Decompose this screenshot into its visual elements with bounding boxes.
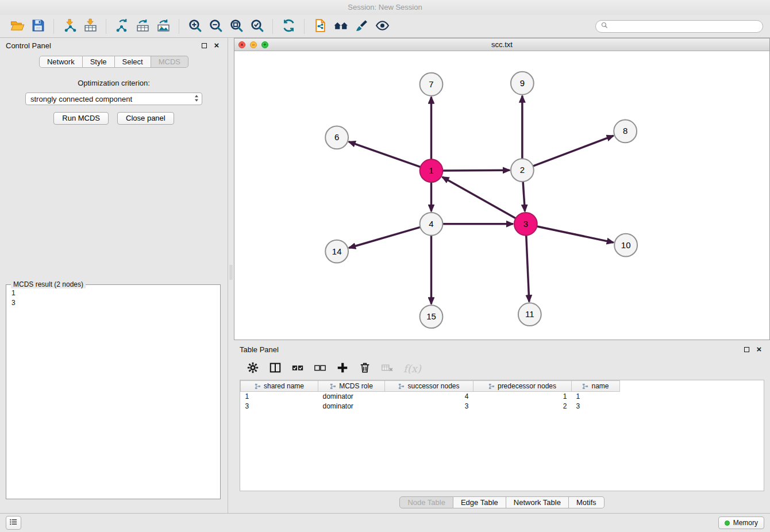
tab-mcds[interactable]: MCDS: [151, 56, 188, 68]
export-image-button[interactable]: [153, 17, 174, 36]
column-header-name[interactable]: name: [572, 381, 620, 392]
node-1[interactable]: 1: [420, 159, 443, 182]
close-panel-icon[interactable]: ×: [211, 41, 222, 50]
run-mcds-button[interactable]: Run MCDS: [53, 112, 109, 125]
tab-network[interactable]: Network: [39, 56, 83, 68]
select-all-button[interactable]: [291, 361, 304, 376]
table-row[interactable]: 3dominator323: [241, 402, 620, 411]
network-window-titlebar[interactable]: × − + scc.txt: [234, 38, 769, 51]
svg-text:9: 9: [520, 78, 525, 88]
apply-function-button[interactable]: f(x): [403, 363, 421, 375]
node-11[interactable]: 11: [518, 303, 541, 326]
table-cell[interactable]: 1: [572, 392, 620, 402]
save-button[interactable]: [28, 17, 48, 36]
delete-column-button[interactable]: [359, 361, 371, 376]
close-panel-button[interactable]: Close panel: [117, 112, 174, 125]
optimization-criterion-dropdown[interactable]: strongly connected component: [25, 92, 202, 105]
tab-edge-table[interactable]: Edge Table: [453, 496, 506, 508]
vertical-splitter[interactable]: [228, 38, 234, 513]
node-3[interactable]: 3: [514, 213, 537, 236]
column-header-mcds-role[interactable]: MCDS role: [318, 381, 385, 392]
node-8[interactable]: 8: [614, 120, 637, 143]
edge-2-8[interactable]: [533, 136, 613, 166]
zoom-selected-button[interactable]: [247, 17, 267, 36]
table-cell[interactable]: 4: [385, 392, 473, 402]
float-table-panel-icon[interactable]: [741, 345, 752, 354]
network-canvas[interactable]: 7968124310141511: [235, 52, 769, 339]
node-14[interactable]: 14: [325, 240, 348, 263]
table-cell[interactable]: dominator: [318, 402, 385, 411]
import-table-button[interactable]: [80, 17, 101, 36]
node-2[interactable]: 2: [511, 159, 534, 182]
column-header-successor-nodes[interactable]: successor nodes: [385, 381, 473, 392]
refresh-layout-button[interactable]: [278, 17, 299, 36]
table-cell[interactable]: dominator: [318, 392, 385, 402]
add-column-button[interactable]: [336, 361, 349, 376]
node-15[interactable]: 15: [420, 305, 443, 328]
toolbar-separator: [272, 19, 273, 34]
table-cell[interactable]: 3: [572, 402, 620, 411]
export-network-icon: [115, 18, 129, 34]
control-panel-header: Control Panel ×: [0, 38, 228, 53]
minimize-window-icon[interactable]: −: [250, 41, 257, 48]
node-6[interactable]: 6: [325, 126, 348, 149]
column-header-shared-name[interactable]: shared name: [241, 381, 318, 392]
export-table-button[interactable]: [132, 17, 153, 36]
column-header-predecessor-nodes[interactable]: predecessor nodes: [473, 381, 572, 392]
table-panel: Table Panel × f(x) shared name MCDS role…: [234, 342, 770, 513]
svg-text:11: 11: [525, 309, 534, 319]
paint-style-button[interactable]: [351, 17, 372, 36]
table-cell[interactable]: 3: [241, 402, 318, 411]
network-window-title: scc.txt: [491, 40, 513, 49]
zoom-fit-button[interactable]: [226, 17, 247, 36]
export-network-button[interactable]: [111, 17, 132, 36]
close-table-panel-icon[interactable]: ×: [754, 345, 764, 354]
tab-motifs[interactable]: Motifs: [569, 496, 605, 508]
table-cell[interactable]: 1: [473, 392, 572, 402]
table-row[interactable]: 1dominator411: [241, 392, 620, 402]
import-network-button[interactable]: [59, 17, 80, 36]
open-file-button[interactable]: [7, 17, 28, 36]
task-history-button[interactable]: [6, 516, 21, 530]
edge-3-11[interactable]: [526, 236, 529, 302]
tab-node-table[interactable]: Node Table: [399, 496, 453, 508]
tab-network-table[interactable]: Network Table: [506, 496, 569, 508]
float-panel-icon[interactable]: [199, 41, 209, 50]
mcds-result-text[interactable]: 1 3: [6, 285, 220, 311]
zoom-selected-icon: [250, 18, 264, 34]
tab-style[interactable]: Style: [83, 56, 115, 68]
network-document-icon: [313, 18, 328, 34]
show-columns-button[interactable]: [269, 361, 282, 376]
node-9[interactable]: 9: [511, 72, 534, 95]
node-4[interactable]: 4: [420, 213, 443, 236]
edge-1-6[interactable]: [349, 142, 421, 167]
zoom-window-icon[interactable]: +: [261, 41, 268, 48]
edge-3-1[interactable]: [442, 177, 516, 218]
checked-boxes-icon: [291, 361, 304, 376]
table-cell[interactable]: 2: [473, 402, 572, 411]
edge-1-2[interactable]: [442, 170, 510, 171]
network-document-button[interactable]: [310, 17, 330, 36]
memory-button[interactable]: Memory: [718, 516, 764, 529]
toolbar-search[interactable]: [595, 20, 763, 33]
table-cell[interactable]: 3: [385, 402, 473, 411]
node-10[interactable]: 10: [614, 234, 637, 257]
home-button[interactable]: [330, 17, 351, 36]
node-7[interactable]: 7: [420, 73, 443, 96]
edge-2-3[interactable]: [523, 182, 525, 211]
tab-select[interactable]: Select: [115, 56, 151, 68]
show-hide-button[interactable]: [372, 17, 392, 36]
delete-table-button[interactable]: [381, 361, 394, 376]
deselect-all-button[interactable]: [314, 361, 326, 376]
zoom-out-button[interactable]: [205, 17, 226, 36]
close-window-icon[interactable]: ×: [238, 41, 245, 48]
edge-3-10[interactable]: [537, 226, 613, 242]
search-input[interactable]: [611, 22, 757, 31]
zoom-in-button[interactable]: [184, 17, 205, 36]
table-cell[interactable]: 1: [241, 392, 318, 402]
zoom-fit-icon: [229, 18, 244, 34]
edge-4-14[interactable]: [349, 227, 420, 248]
zoom-in-icon: [188, 18, 202, 34]
table-settings-button[interactable]: [247, 361, 259, 376]
dropdown-arrows-icon: [194, 94, 199, 105]
